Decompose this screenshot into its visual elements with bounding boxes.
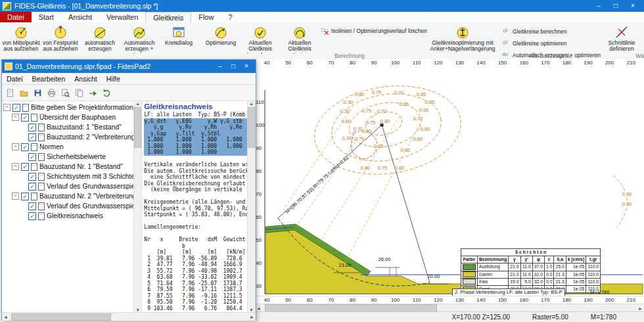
schnittlinie-rechnen-button[interactable]: rechnen [640, 23, 644, 46]
document-line: 1 39.81 7.96 -56.89 728.6 [144, 256, 247, 262]
checkbox[interactable]: ✓ [21, 163, 29, 171]
tree-item[interactable]: ✓Bauzustand: 2 "Verbreiterung" [2, 132, 133, 142]
checkbox[interactable]: ✓ [28, 153, 36, 161]
tree-item[interactable]: −✓Bitte geben Sie Projektinformationen a… [2, 103, 133, 112]
checkbox[interactable]: ✓ [21, 143, 29, 151]
scroll-up-icon[interactable]: ▲ [249, 101, 253, 106]
new-icon[interactable] [5, 87, 16, 99]
isolinien-loeschen-button[interactable]: Isolinien / Optimierungsverlauf löschen [319, 26, 427, 35]
export-icon[interactable] [87, 87, 99, 99]
tree-item[interactable]: ✓Schichtsystem mit 3 Schichten [2, 172, 133, 181]
checkbox[interactable]: ✓ [28, 183, 36, 191]
scrollbar-thumb[interactable] [11, 313, 111, 321]
minimize-button[interactable]: – [590, 0, 607, 12]
automatisch-erzeugen-button[interactable]: automatisch erzeugen [80, 23, 120, 53]
expander-icon[interactable]: − [12, 163, 19, 170]
ruler-label: 120 [434, 297, 442, 303]
print-icon[interactable] [46, 87, 57, 99]
document-line: Die autom. Gleitkreissuche berück [144, 168, 247, 175]
scroll-left-icon[interactable]: ◄ [2, 315, 9, 319]
tab-?[interactable]: ? [221, 12, 239, 22]
tree-item[interactable]: ✓Sicherheitsbeiwerte [2, 152, 133, 162]
drawing-canvas[interactable]: 11010090807060504030 0.800.750.700.650.3… [255, 67, 644, 296]
expander-icon[interactable]: − [12, 143, 19, 150]
tree-item[interactable]: −✓Bauzustand Nr. 2 "Verbreiterung" [2, 191, 133, 201]
tab-datei[interactable]: Datei [0, 12, 32, 22]
tab-ansicht[interactable]: Ansicht [61, 12, 99, 22]
scroll-down-icon[interactable]: ▼ [249, 308, 253, 312]
tree-scrollbar[interactable]: ▲ ▼ [133, 101, 142, 312]
checkbox[interactable]: ✓ [21, 114, 29, 122]
document-icon [31, 114, 37, 122]
checkbox[interactable]: ✓ [12, 104, 20, 112]
scrollbar-thumb[interactable] [248, 107, 255, 148]
tree-item[interactable]: ✓Verlauf des Grundwasserspiegels [2, 181, 133, 191]
tree-item-label: Bauzustand Nr. 2 "Verbreiterung" [39, 193, 133, 200]
document-icon [38, 153, 45, 161]
tree-item-label: Normen [39, 143, 64, 150]
checkbox[interactable]: ✓ [28, 124, 36, 131]
elevation-label: 23.00 [339, 262, 352, 268]
fidespad-minimize-button[interactable]: – [214, 60, 227, 73]
close-button[interactable]: × [624, 0, 641, 12]
tree-item[interactable]: ✓Bauzustand: 1 "Bestand" [2, 122, 133, 132]
expander-icon[interactable]: − [12, 114, 19, 121]
scroll-right-icon[interactable]: ► [248, 315, 256, 319]
scroll-up-icon[interactable]: ▲ [136, 101, 140, 106]
aktuellen-gleitkreis-optimieren-button[interactable]: Aktuellen Gleitkreis optimieren [280, 23, 319, 54]
document-line: 9 103.46 7.96 6.76 864.4 [144, 306, 247, 312]
isoline-value-label: 0.80 [380, 118, 390, 124]
tree-item[interactable]: −✓Bauzustand Nr. 1 "Bestand" [2, 162, 133, 172]
checkbox[interactable]: ✓ [28, 133, 36, 141]
gleitkreise-berechnen-button[interactable]: GlGleitkreise berechnen [501, 26, 601, 36]
checkbox[interactable]: ✓ [28, 212, 36, 220]
report-scrollbar[interactable]: ▲ ▼ [247, 101, 256, 312]
optimierung-button[interactable]: Optimierung [201, 23, 241, 54]
copy-icon[interactable] [74, 87, 85, 99]
menu-ansicht[interactable]: Ansicht [70, 75, 101, 83]
kreisdialog-button[interactable]: Kreisdialog [159, 23, 198, 46]
document-line: Lamellengeometrie: [144, 224, 247, 231]
scrollbar-thumb[interactable] [134, 107, 141, 148]
wasserdruck-group-label: Wasserdruck [602, 53, 644, 59]
layer-value: 9.0 [520, 278, 532, 285]
tree-item[interactable]: −✓Übersicht der Bauphasen [2, 112, 133, 122]
fidespad-close-button[interactable]: × [240, 60, 253, 73]
checkbox[interactable]: ✓ [28, 202, 36, 210]
menu-bearbeiten[interactable]: Bearbeiten [28, 75, 70, 83]
tab-verwalten[interactable]: Verwalten [99, 12, 145, 22]
gleitkreisoptimierung-anker-button[interactable]: Gleitkreisoptimierung mit Anker+Nagelver… [427, 23, 498, 53]
expander-icon[interactable]: − [3, 104, 11, 111]
gleitkreise-optimieren-button[interactable]: GlGleitkreise optimieren [501, 38, 601, 48]
tab-start[interactable]: Start [32, 12, 61, 22]
fidespad-title-bar[interactable]: 01_Damverbreiterung.slpr.fipad - FidesPa… [2, 60, 256, 73]
schnittlinie-definieren-button[interactable]: Schnittlinie definieren [603, 23, 640, 53]
save-icon[interactable] [32, 87, 43, 99]
checkbox[interactable]: ✓ [21, 193, 29, 200]
preview-icon[interactable] [60, 87, 71, 99]
checkbox[interactable]: ✓ [28, 173, 36, 181]
automatisch-erzeugen-optimieren-button[interactable]: Automatisch erzeugen + optimieren [120, 23, 159, 54]
layer-value: 1.0 [545, 264, 554, 271]
document-icon [31, 143, 37, 151]
fidespad-h-scrollbar[interactable]: ◄ ► [2, 312, 256, 321]
tree-item[interactable]: ✓Verlauf des Grundwasserspiegels [2, 201, 133, 211]
wasserdruck-group: Schnittlinie definierenrechnenlöschen Wa… [602, 22, 644, 59]
von-mittelpunkt-aufziehen-button[interactable]: von Mittelpunkt aus aufziehen [1, 23, 41, 53]
menu-datei[interactable]: Datei [2, 75, 28, 83]
expander-icon[interactable]: − [12, 193, 19, 200]
von-festpunkt-aufziehen-button[interactable]: von Festpunkt aus aufziehen [41, 23, 80, 53]
tab-gleitkreis[interactable]: Gleitkreis [145, 12, 191, 23]
open-icon[interactable] [18, 87, 30, 99]
tree-item[interactable]: ✓Gleitkreisnachweis [2, 211, 133, 221]
fidespad-maximize-button[interactable]: □ [227, 60, 240, 73]
tab-flow[interactable]: Flow [191, 12, 221, 22]
tree-item[interactable]: −✓Normen [2, 142, 133, 152]
scroll-down-icon[interactable]: ▼ [136, 308, 140, 312]
menu-hilfe[interactable]: Hilfe [102, 75, 125, 83]
scroll-right-icon[interactable]: ► [637, 306, 644, 311]
maximize-button[interactable]: □ [607, 0, 624, 12]
refresh-icon[interactable] [101, 87, 112, 99]
title-bar[interactable]: FIDES-Gleitkreis - [01_Damverbreiterung.… [0, 0, 644, 12]
aktuellen-gleitkreis-berechnen-button[interactable]: Aktuellen Gleitkreis berechnen [241, 23, 280, 54]
